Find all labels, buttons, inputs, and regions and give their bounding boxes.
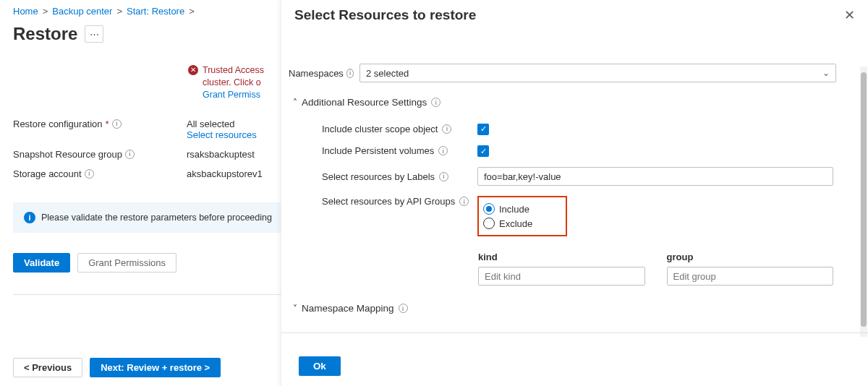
labels-input[interactable]	[477, 167, 833, 186]
snapshot-rg-label: Snapshot Resource group	[13, 149, 122, 160]
info-bar-text: Please validate the restore parameters b…	[41, 213, 272, 223]
chevron-down-icon: ⌄	[822, 68, 830, 78]
ok-button[interactable]: Ok	[299, 356, 341, 376]
info-icon[interactable]: i	[399, 304, 408, 313]
namespaces-label: Namespaces	[289, 68, 344, 79]
more-button[interactable]: ⋯	[85, 25, 103, 43]
section-title: Additional Resource Settings	[302, 97, 427, 108]
info-icon: i	[24, 212, 35, 223]
previous-button[interactable]: < Previous	[13, 358, 82, 377]
chevron-right-icon: >	[43, 6, 48, 17]
radio-icon	[483, 203, 495, 215]
breadcrumb-home[interactable]: Home	[13, 6, 38, 17]
close-icon[interactable]: ✕	[844, 7, 855, 23]
storage-account-label: Storage account	[13, 168, 82, 179]
info-icon[interactable]: i	[439, 172, 448, 181]
additional-resource-settings-toggle[interactable]: ˄ Additional Resource Settings i	[293, 97, 851, 108]
include-persistent-volumes-checkbox[interactable]: ✓	[477, 145, 489, 157]
include-radio-label: Include	[499, 204, 529, 215]
breadcrumb-start-restore[interactable]: Start: Restore	[127, 6, 184, 17]
select-resources-link[interactable]: Select resources	[187, 129, 257, 140]
info-icon[interactable]: i	[438, 146, 448, 155]
grant-permission-link[interactable]: Grant Permiss	[203, 90, 260, 100]
scrollbar-thumb[interactable]	[861, 72, 867, 327]
info-icon[interactable]: i	[459, 197, 469, 206]
chevron-down-icon: ˅	[293, 304, 297, 314]
chevron-right-icon: >	[116, 6, 122, 17]
restore-config-label: Restore configuration	[13, 119, 103, 129]
info-icon[interactable]: i	[85, 169, 94, 179]
next-review-restore-button[interactable]: Next: Review + restore >	[90, 358, 221, 377]
exclude-radio-label: Exclude	[499, 218, 532, 229]
restore-config-value: All selected	[187, 119, 257, 129]
include-cluster-scope-label: Include cluster scope object	[322, 124, 438, 134]
kind-input[interactable]	[478, 267, 645, 286]
error-icon: ✕	[188, 65, 198, 75]
storage-account-value: aksbackupstorev1	[187, 168, 263, 179]
select-by-labels-label: Select resources by Labels	[322, 171, 435, 182]
namespace-mapping-title: Namespace Mapping	[302, 303, 394, 314]
validate-button[interactable]: Validate	[13, 253, 70, 273]
chevron-right-icon: >	[189, 6, 195, 17]
include-radio[interactable]: Include	[483, 202, 556, 216]
namespaces-selected-value: 2 selected	[366, 68, 409, 79]
namespace-mapping-toggle[interactable]: ˅ Namespace Mapping i	[293, 303, 851, 314]
chevron-up-icon: ˄	[293, 98, 297, 108]
api-groups-radio-highlight: Include Exclude	[477, 196, 567, 236]
namespaces-select[interactable]: 2 selected ⌄	[359, 64, 836, 82]
blade-title: Select Resources to restore	[294, 7, 476, 23]
kind-column-header: kind	[478, 252, 645, 262]
breadcrumb-backup-center[interactable]: Backup center	[52, 6, 112, 17]
group-column-header: group	[667, 252, 834, 262]
radio-icon	[483, 218, 495, 229]
error-text-line1: Trusted Access	[203, 65, 264, 75]
grant-permissions-button[interactable]: Grant Permissions	[77, 253, 176, 273]
required-indicator: *	[106, 119, 109, 129]
select-by-api-groups-label: Select resources by API Groups	[322, 196, 455, 207]
error-text-line2: cluster. Click o	[203, 77, 261, 87]
info-icon[interactable]: i	[431, 98, 441, 107]
include-cluster-scope-checkbox[interactable]: ✓	[477, 124, 489, 135]
include-persistent-volumes-label: Include Persistent volumes	[322, 145, 434, 156]
info-icon[interactable]: i	[125, 150, 135, 159]
exclude-radio[interactable]: Exclude	[483, 216, 556, 231]
info-icon[interactable]: i	[442, 124, 451, 134]
info-icon[interactable]: i	[346, 69, 354, 78]
group-input[interactable]	[667, 267, 834, 286]
select-resources-blade: Select Resources to restore ✕ Namespaces…	[281, 0, 868, 386]
page-title: Restore	[13, 24, 77, 44]
snapshot-rg-value: rsaksbackuptest	[187, 149, 255, 160]
info-icon[interactable]: i	[112, 119, 122, 129]
